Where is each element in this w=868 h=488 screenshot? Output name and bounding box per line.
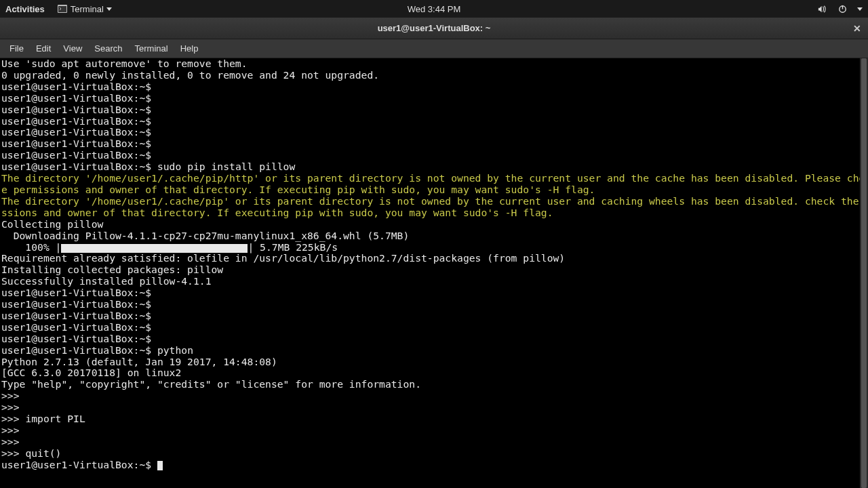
- menu-file[interactable]: File: [4, 41, 29, 56]
- scrollbar[interactable]: [860, 58, 868, 488]
- app-menu[interactable]: Terminal: [57, 3, 112, 14]
- menu-terminal[interactable]: Terminal: [130, 41, 174, 56]
- menu-help[interactable]: Help: [175, 41, 204, 56]
- progress-bar: [61, 244, 248, 253]
- terminal-icon: [57, 3, 68, 14]
- output-line: Use 'sudo apt autoremove' to remove them…: [1, 58, 867, 70]
- menu-search[interactable]: Search: [89, 41, 127, 56]
- prompt-line: user1@user1-VirtualBox:~$: [1, 460, 867, 471]
- terminal-window: user1@user1-VirtualBox: ~ ✕ File Edit Vi…: [0, 18, 868, 488]
- output-line: Successfully installed pillow-4.1.1: [1, 276, 867, 287]
- prompt-line: user1@user1-VirtualBox:~$ python: [1, 345, 867, 357]
- system-tray: [816, 3, 863, 14]
- scrollbar-thumb[interactable]: [861, 58, 867, 488]
- prompt-line: user1@user1-VirtualBox:~$: [1, 299, 867, 310]
- python-prompt: >>>: [1, 436, 867, 448]
- command-text: import PIL: [25, 413, 85, 424]
- output-line: Installing collected packages: pillow: [1, 264, 867, 276]
- close-icon[interactable]: ✕: [853, 23, 861, 34]
- output-line: 0 upgraded, 0 newly installed, 0 to remo…: [1, 70, 867, 81]
- terminal-output[interactable]: Use 'sudo apt autoremove' to remove them…: [0, 58, 868, 488]
- cursor: [157, 461, 163, 470]
- window-titlebar[interactable]: user1@user1-VirtualBox: ~ ✕: [0, 18, 868, 39]
- output-line: Type "help", "copyright", "credits" or "…: [1, 379, 867, 390]
- python-prompt: >>>: [1, 390, 867, 402]
- menu-view[interactable]: View: [58, 41, 87, 56]
- python-prompt: >>>: [1, 425, 867, 436]
- clock[interactable]: Wed 3:44 PM: [408, 4, 461, 14]
- prompt-line: user1@user1-VirtualBox:~$: [1, 104, 867, 116]
- power-icon[interactable]: [837, 3, 848, 14]
- warning-line: e permissions and owner of that director…: [1, 184, 867, 196]
- volume-icon[interactable]: [816, 3, 827, 14]
- prompt-line: user1@user1-VirtualBox:~$: [1, 322, 867, 333]
- output-line: Requirement already satisfied: olefile i…: [1, 253, 867, 264]
- app-menu-label: Terminal: [71, 4, 104, 14]
- python-prompt: >>> import PIL: [1, 413, 867, 425]
- prompt-line: user1@user1-VirtualBox:~$: [1, 127, 867, 138]
- prompt-line: user1@user1-VirtualBox:~$: [1, 93, 867, 104]
- svg-rect-1: [58, 6, 66, 12]
- gnome-top-panel: Activities Terminal Wed 3:44 PM: [0, 0, 868, 18]
- prompt-line: user1@user1-VirtualBox:~$: [1, 138, 867, 150]
- command-text: sudo pip install pillow: [157, 161, 295, 172]
- menubar: File Edit View Search Terminal Help: [0, 39, 868, 58]
- progress-line: 100% || 5.7MB 225kB/s: [1, 242, 867, 253]
- prompt-line: user1@user1-VirtualBox:~$: [1, 116, 867, 127]
- prompt-line: user1@user1-VirtualBox:~$: [1, 81, 867, 93]
- prompt-line: user1@user1-VirtualBox:~$: [1, 150, 867, 161]
- command-text: quit(): [25, 447, 61, 459]
- output-line: Downloading Pillow-4.1.1-cp27-cp27mu-man…: [1, 230, 867, 242]
- warning-line: The directory '/home/user1/.cache/pip' o…: [1, 196, 867, 207]
- warning-line: The directory '/home/user1/.cache/pip/ht…: [1, 173, 867, 184]
- python-prompt: >>> quit(): [1, 448, 867, 460]
- prompt-line: user1@user1-VirtualBox:~$: [1, 333, 867, 345]
- chevron-down-icon[interactable]: [857, 7, 863, 11]
- prompt-line: user1@user1-VirtualBox:~$: [1, 287, 867, 299]
- output-line: [GCC 6.3.0 20170118] on linux2: [1, 367, 867, 379]
- python-prompt: >>>: [1, 402, 867, 413]
- window-title: user1@user1-VirtualBox: ~: [378, 23, 491, 33]
- activities-button[interactable]: Activities: [5, 4, 45, 14]
- prompt-line: user1@user1-VirtualBox:~$ sudo pip insta…: [1, 161, 867, 173]
- prompt-line: user1@user1-VirtualBox:~$: [1, 310, 867, 322]
- warning-line: ssions and owner of that directory. If e…: [1, 207, 867, 219]
- menu-edit[interactable]: Edit: [31, 41, 56, 56]
- chevron-down-icon: [106, 7, 112, 11]
- command-text: python: [157, 344, 193, 356]
- output-line: Collecting pillow: [1, 219, 867, 230]
- output-line: Python 2.7.13 (default, Jan 19 2017, 14:…: [1, 357, 867, 368]
